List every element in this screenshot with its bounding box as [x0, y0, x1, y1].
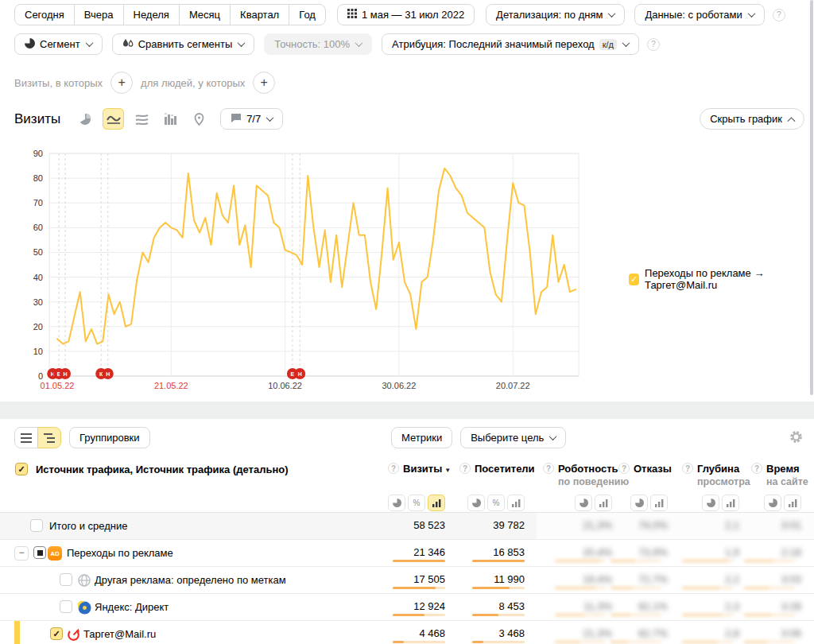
help-icon[interactable]: ?	[647, 38, 660, 51]
source-label[interactable]: Таргет@Mail.ru	[83, 628, 156, 640]
choose-goal-dropdown[interactable]: Выберите цель	[460, 427, 566, 448]
table-row[interactable]: Другая реклама: определено по меткам17 5…	[0, 566, 814, 593]
visits-bar	[393, 587, 445, 589]
column-mini-buttons-0: %	[388, 495, 445, 511]
pie-view-mini-button[interactable]	[467, 495, 485, 511]
tree-view-button[interactable]	[37, 427, 61, 448]
column-header-2[interactable]: ?Роботностьпо поведению	[543, 463, 629, 487]
column-header-5[interactable]: ?Времяна сайте	[751, 463, 808, 487]
bars-view-mini-button[interactable]	[784, 495, 801, 511]
column-sublabel: по поведению	[558, 476, 629, 487]
help-icon[interactable]: ?	[543, 463, 554, 474]
metrics-button[interactable]: Метрики	[391, 427, 452, 448]
table-view-controls: Группировки	[14, 427, 150, 448]
help-icon[interactable]: ?	[773, 9, 785, 21]
visitors-bar	[472, 614, 525, 616]
add-people-filter-button[interactable]: +	[253, 72, 275, 94]
period-button-5[interactable]: Год	[289, 4, 326, 25]
column-header-0[interactable]: ?Визиты▼	[388, 463, 451, 475]
source-label: Итого и средние	[49, 520, 127, 532]
source-label[interactable]: Яндекс: Директ	[95, 601, 169, 613]
help-icon[interactable]: ?	[751, 463, 762, 474]
data-mode-dropdown[interactable]: Данные: с роботами	[634, 4, 764, 25]
date-range-button[interactable]: 1 мая — 31 июл 2022	[337, 4, 475, 25]
accuracy-dropdown[interactable]: Точность: 100%	[264, 33, 372, 55]
help-icon[interactable]: ?	[388, 463, 399, 474]
collapse-button[interactable]: −	[14, 546, 29, 561]
period-button-4[interactable]: Квартал	[230, 4, 289, 25]
pie-view-mini-button[interactable]	[702, 495, 719, 511]
vertical-scrollbar[interactable]	[810, 0, 813, 395]
pie-view-mini-button[interactable]	[575, 495, 592, 511]
table-row[interactable]: −ADПереходы по рекламе21 34616 85320,4%7…	[0, 539, 814, 566]
column-label: Отказы	[634, 463, 672, 475]
bars-view-mini-button[interactable]	[722, 495, 739, 511]
period-button-1[interactable]: Вчера	[74, 4, 124, 25]
bars-view-mini-button[interactable]	[507, 495, 525, 511]
comment-marker-icon: Н	[60, 368, 71, 379]
groupings-button[interactable]: Группировки	[69, 427, 150, 448]
row-checkbox[interactable]	[33, 546, 46, 559]
column-label: Время	[766, 463, 808, 475]
source-label[interactable]: Другая реклама: определено по меткам	[95, 574, 286, 586]
x-axis-tick: 20.07.22	[496, 381, 530, 390]
blurred-value: 2,2	[668, 573, 739, 585]
period-button-group: СегодняВчераНеделяМесяцКварталГод	[14, 4, 326, 25]
bars-view-mini-button[interactable]	[650, 495, 668, 511]
svg-text:Н: Н	[298, 371, 302, 377]
help-icon[interactable]: ?	[682, 463, 693, 474]
row-checkbox[interactable]: ✓	[50, 627, 63, 640]
table-row[interactable]: ✓Таргет@Mail.ru4 4683 46821,3%62,7%2,83:…	[0, 620, 814, 644]
column-mini-buttons-5	[764, 495, 801, 511]
yandex-direct-icon	[77, 600, 91, 615]
visits-value: 21 346	[374, 546, 445, 558]
detalization-dropdown[interactable]: Детализация: по дням	[486, 4, 625, 25]
stacked-area-type-icon[interactable]	[131, 108, 153, 130]
gear-icon[interactable]	[789, 430, 803, 447]
legend-checkbox[interactable]: ✓	[629, 274, 639, 285]
pie-view-mini-button[interactable]	[764, 495, 781, 511]
column-header-4[interactable]: ?Глубинапросмотра	[682, 463, 750, 487]
period-button-3[interactable]: Месяц	[179, 4, 231, 25]
add-visits-filter-button[interactable]: +	[110, 72, 133, 94]
people-filter-label: для людей, у которых	[141, 77, 245, 89]
chart-title: Визиты	[14, 111, 60, 127]
pie-chart-type-icon[interactable]	[74, 108, 95, 130]
chevron-down-icon	[747, 10, 755, 17]
segment-toolbar: Сегмент Сравнить сегменты Точность: 100%…	[14, 33, 660, 55]
visits-value: 58 523	[374, 519, 445, 531]
table-row[interactable]: Яндекс: Директ12 9248 45311,3%62,1%2,33:…	[0, 593, 814, 620]
hide-chart-button[interactable]: Скрыть график	[700, 108, 804, 130]
column-header-3[interactable]: ?Отказы	[618, 463, 672, 475]
map-type-icon[interactable]	[188, 108, 210, 130]
percent-view-mini-button[interactable]: %	[408, 495, 425, 511]
help-icon[interactable]: ?	[459, 463, 471, 474]
pie-view-mini-button[interactable]	[630, 495, 648, 511]
period-button-2[interactable]: Неделя	[123, 4, 180, 25]
table-row[interactable]: Итого и средние58 52339 78221,3%74,0%2,1…	[0, 513, 814, 539]
bars-view-mini-button[interactable]	[595, 495, 612, 511]
percent-view-mini-button[interactable]: %	[487, 495, 505, 511]
y-axis-tick: 60	[33, 223, 43, 232]
list-view-button[interactable]	[14, 427, 38, 448]
help-icon[interactable]: ?	[618, 463, 630, 474]
row-checkbox[interactable]	[60, 600, 72, 613]
line-chart-type-icon[interactable]	[103, 108, 124, 130]
bars-view-mini-button[interactable]	[428, 495, 445, 511]
source-label[interactable]: Переходы по рекламе	[67, 547, 173, 559]
row-checkbox[interactable]	[60, 573, 72, 586]
blurred-bar	[555, 560, 606, 562]
compare-segments-dropdown[interactable]: Сравнить сегменты	[112, 33, 255, 55]
comments-dropdown[interactable]: 7/7	[220, 108, 283, 130]
segment-dropdown[interactable]: Сегмент	[14, 33, 103, 55]
pie-view-mini-button[interactable]	[388, 495, 405, 511]
blurred-bar	[744, 587, 795, 589]
column-chart-type-icon[interactable]	[160, 108, 181, 130]
comment-bubble-icon	[231, 113, 242, 126]
row-checkbox[interactable]	[30, 519, 43, 532]
visitors-bar	[472, 560, 525, 562]
column-header-1[interactable]: ?Посетители	[459, 463, 535, 475]
period-button-0[interactable]: Сегодня	[14, 4, 75, 25]
attribution-dropdown[interactable]: Атрибуция: Последний значимый переход к/…	[382, 33, 639, 55]
dimension-checkbox[interactable]: ✓	[15, 463, 28, 475]
